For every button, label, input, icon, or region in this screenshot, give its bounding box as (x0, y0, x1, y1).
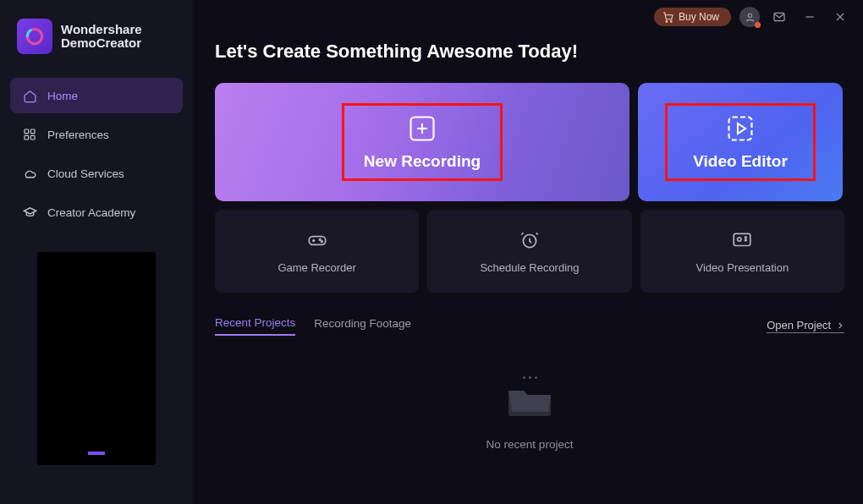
empty-label: No recent project (486, 438, 574, 451)
sidebar-item-preferences[interactable]: Preferences (10, 117, 183, 152)
open-project-link[interactable]: Open Project (767, 319, 844, 333)
grid-icon (22, 127, 37, 142)
phone-preview (37, 252, 156, 465)
cloud-icon (22, 166, 37, 181)
sidebar-item-academy[interactable]: Creator Academy (10, 194, 183, 230)
feature-label: Schedule Recording (480, 261, 579, 274)
alarm-icon (519, 229, 541, 251)
plus-box-icon (407, 113, 437, 144)
phone-home-indicator (88, 452, 105, 455)
sidebar-item-label: Cloud Services (47, 167, 124, 180)
svg-point-25 (738, 237, 741, 240)
feature-row: Game Recorder Schedule Recording Video P… (215, 210, 844, 293)
svg-point-22 (321, 240, 322, 242)
tab-recent-projects[interactable]: Recent Projects (215, 316, 295, 336)
play-box-icon (725, 113, 756, 144)
svg-rect-12 (30, 135, 35, 140)
schedule-recording-card[interactable]: Schedule Recording (427, 210, 631, 293)
sidebar-item-label: Preferences (47, 129, 109, 141)
video-editor-card[interactable]: Video Editor (638, 83, 843, 201)
video-editor-label: Video Editor (693, 152, 788, 171)
video-presentation-card[interactable]: Video Presentation (640, 210, 844, 293)
svg-rect-9 (25, 129, 29, 134)
sidebar-item-label: Home (47, 90, 78, 102)
graduation-icon (22, 205, 37, 220)
hero-row: New Recording Video Editor (215, 83, 844, 201)
sidebar-item-cloud[interactable]: Cloud Services (10, 156, 183, 191)
sidebar-nav: Home Preferences Cloud Services Creator … (0, 73, 193, 230)
svg-marker-17 (738, 123, 745, 134)
svg-rect-10 (30, 129, 35, 134)
sidebar-item-label: Creator Academy (47, 206, 135, 219)
svg-point-26 (745, 236, 747, 238)
brand-line1: Wondershare (61, 23, 142, 37)
headline: Let's Create Something Awesome Today! (215, 41, 844, 63)
presentation-icon (731, 229, 753, 251)
svg-rect-16 (729, 118, 752, 140)
chevron-right-icon (836, 321, 844, 330)
svg-rect-24 (734, 233, 751, 245)
brand: Wondershare DemoCreator (0, 19, 193, 73)
sidebar-item-home[interactable]: Home (10, 78, 183, 113)
sidebar: Wondershare DemoCreator Home Preferences (0, 0, 193, 504)
new-recording-label: New Recording (364, 152, 481, 171)
feature-label: Video Presentation (696, 261, 789, 274)
folder-icon (505, 376, 554, 419)
svg-rect-18 (309, 236, 326, 244)
brand-line2: DemoCreator (61, 36, 142, 51)
open-project-label: Open Project (767, 319, 831, 331)
svg-rect-11 (25, 135, 29, 140)
home-icon (22, 88, 37, 103)
brand-logo-icon (17, 19, 52, 54)
brand-text: Wondershare DemoCreator (61, 23, 142, 51)
empty-state: No recent project (215, 376, 844, 451)
feature-label: Game Recorder (278, 261, 355, 274)
gamepad-icon (306, 229, 328, 251)
svg-point-27 (745, 239, 747, 241)
svg-point-21 (319, 238, 321, 240)
game-recorder-card[interactable]: Game Recorder (215, 210, 419, 293)
new-recording-card[interactable]: New Recording (215, 83, 629, 201)
tab-recording-footage[interactable]: Recording Footage (314, 317, 411, 335)
projects-tabbar: Recent Projects Recording Footage Open P… (215, 316, 844, 336)
main-content: Let's Create Something Awesome Today! Ne… (193, 0, 863, 504)
